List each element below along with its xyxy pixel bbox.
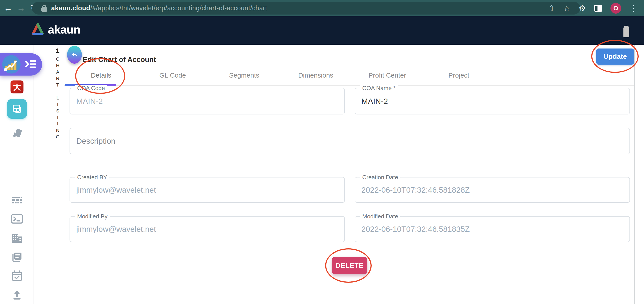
browser-chrome: ← → ↻ akaun.cloud/#/applets/tnt/wavelet/… [0,0,644,16]
sidebar-item-news[interactable] [0,252,34,262]
menu-dots-icon[interactable]: ⋮ [630,4,638,13]
chart-listing-tab[interactable]: 1 CHART LISTING [52,45,63,276]
coa-name-input[interactable] [355,88,630,114]
creation-date-label: Creation Date [360,174,400,181]
url-text: akaun.cloud/#/applets/tnt/wavelet/erp/ac… [51,4,267,12]
url-path: /#/applets/tnt/wavelet/erp/accounting/ch… [90,4,267,12]
update-button[interactable]: Update [596,48,634,64]
modified-by-field: Modified By [70,216,345,242]
tab-details[interactable]: Details [65,72,137,79]
main-content: Edit Chart of Account Update Details GL … [64,45,644,304]
coa-name-label: COA Name * [360,85,398,92]
sidebar-item-terminal[interactable] [0,214,34,224]
forward-icon[interactable]: → [16,3,26,13]
delete-button[interactable]: DELETE [332,257,367,274]
tab-project[interactable]: Project [423,72,495,79]
profile-badge[interactable]: O [610,3,621,14]
terminal-icon [11,214,23,224]
created-by-input[interactable] [70,178,344,202]
creation-date-input[interactable] [355,178,630,202]
sidebar-item-tags[interactable] [0,128,34,139]
listing-index: 1 [52,47,63,54]
content-bottom-divider [64,276,634,276]
tab-bar: Details GL Code Segments Dimensions Prof… [65,72,495,79]
created-by-field: Created BY [70,177,345,203]
coa-code-label: COA Code [75,85,107,92]
analytics-applet-icon[interactable] [2,55,20,74]
tab-gl-code[interactable]: GL Code [137,72,208,79]
app-navbar: akaun [0,16,644,45]
modified-date-field: Modified Date [355,216,630,242]
tab-segments[interactable]: Segments [208,72,280,79]
modified-by-input[interactable] [70,216,344,242]
news-icon [11,252,23,262]
brand-text: akaun [48,23,80,36]
modified-by-label: Modified By [75,213,110,220]
company-building-icon [11,233,23,243]
created-by-label: Created BY [75,174,109,181]
back-arrow-icon [70,51,78,59]
side-panel-icon[interactable] [594,5,602,12]
page-title: Edit Chart of Account [83,56,156,64]
modified-date-input[interactable] [355,216,630,242]
form-lines-icon [11,196,23,206]
sidebar-item-company[interactable] [0,233,34,243]
scrollbar-track[interactable] [634,45,635,304]
sidebar-item-erp-active[interactable] [0,99,34,119]
coa-code-field: COA Code [70,88,345,114]
url-bar[interactable]: akaun.cloud/#/applets/tnt/wavelet/erp/ac… [32,2,580,14]
modified-date-label: Modified Date [360,213,400,220]
dahua-app-icon [10,80,24,94]
tab-profit-center[interactable]: Profit Center [352,72,423,79]
calendar-check-icon [12,270,22,281]
listing-label: CHART LISTING [55,56,60,140]
window-applet-icon [7,99,27,119]
sidebar-item-upload[interactable] [0,290,34,300]
back-button[interactable] [67,46,82,64]
description-field [70,128,630,154]
sidebar-item-dahua[interactable] [0,80,34,94]
share-icon[interactable]: ⇧ [548,4,555,13]
upload-icon [12,290,22,300]
creation-date-field: Creation Date [355,177,630,203]
applet-switcher-pill[interactable] [0,53,42,76]
sidebar-item-forms[interactable] [0,196,34,206]
sidebar-item-calendar[interactable] [0,270,34,281]
extensions-icon[interactable]: ⚙︎ [579,4,586,13]
lock-icon [41,5,47,12]
sidebar [0,45,34,304]
url-host: akaun.cloud [51,4,90,12]
coa-code-input[interactable] [70,88,344,114]
star-icon[interactable]: ☆ [563,4,570,13]
tags-icon [11,128,23,139]
tab-strip-border [64,86,634,86]
description-input[interactable] [70,128,630,154]
collapse-menu-icon[interactable] [25,59,36,70]
coa-name-field: COA Name * [355,88,630,114]
tab-dimensions[interactable]: Dimensions [280,72,352,79]
user-avatar[interactable] [618,22,634,39]
brand-logo[interactable]: akaun [31,22,80,36]
back-icon[interactable]: ← [3,3,13,13]
akaun-triangle-icon [31,22,45,36]
